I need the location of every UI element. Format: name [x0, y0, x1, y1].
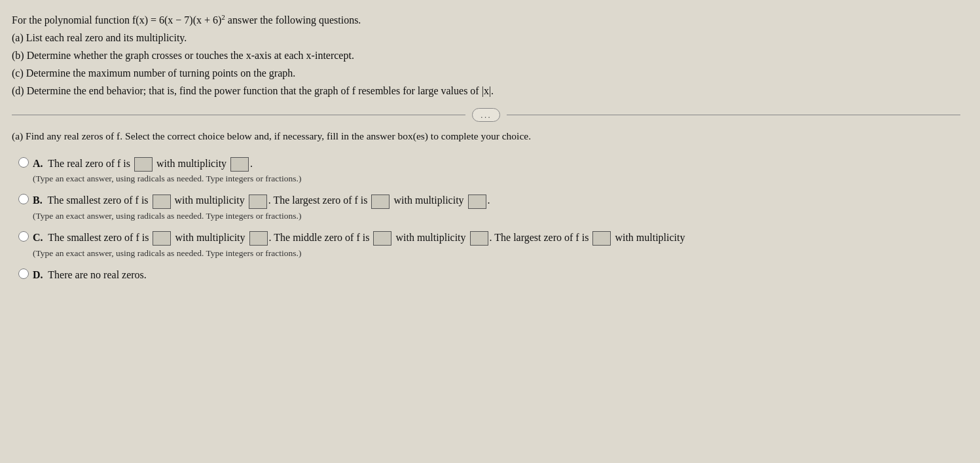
choice-a-content: A. The real zero of f is with multiplici…: [33, 156, 960, 187]
answer-box-a1[interactable]: [134, 157, 153, 172]
choice-row-d: D. There are no real zeros.: [18, 267, 960, 284]
radio-b[interactable]: [18, 194, 29, 204]
choice-row-b: B. The smallest zero of f is with multip…: [18, 193, 960, 223]
radio-a[interactable]: [18, 157, 29, 168]
divider-row: ...: [12, 108, 960, 122]
page: For the polynomial function f(x) = 6(x −…: [0, 0, 980, 463]
answer-box-c3[interactable]: [373, 231, 391, 246]
choice-row-c: C. The smallest zero of f is with multip…: [18, 230, 960, 261]
radio-c-wrap[interactable]: [18, 231, 29, 244]
choice-c-content: C. The smallest zero of f is with multip…: [33, 230, 960, 261]
header-line2: (a) List each real zero and its multipli…: [12, 30, 960, 46]
radio-d[interactable]: [18, 269, 29, 279]
choice-row-a: A. The real zero of f is with multiplici…: [18, 156, 960, 187]
choice-d-label: D. There are no real zeros.: [33, 269, 147, 280]
dots-button[interactable]: ...: [472, 108, 500, 122]
question-header: For the polynomial function f(x) = 6(x −…: [12, 12, 960, 99]
radio-b-wrap[interactable]: [18, 194, 29, 207]
radio-d-wrap[interactable]: [18, 269, 29, 282]
header-line3: (b) Determine whether the graph crosses …: [12, 48, 960, 64]
part-a-question: (a) Find any real zeros of f. Select the…: [12, 128, 960, 143]
answer-box-c4[interactable]: [470, 231, 488, 246]
answer-box-a2[interactable]: [230, 157, 249, 172]
divider-left: [12, 115, 465, 115]
answer-box-b1[interactable]: [153, 194, 171, 209]
choice-a-label: A. The real zero of f is with multiplici…: [33, 158, 253, 169]
choice-b-content: B. The smallest zero of f is with multip…: [33, 193, 960, 223]
choices-container: A. The real zero of f is with multiplici…: [18, 156, 960, 284]
radio-a-wrap[interactable]: [18, 157, 29, 170]
divider-right: [507, 115, 960, 115]
header-line1: For the polynomial function f(x) = 6(x −…: [12, 12, 960, 29]
answer-box-b4[interactable]: [468, 194, 486, 209]
answer-box-c2[interactable]: [249, 231, 268, 246]
answer-box-b2[interactable]: [249, 194, 267, 209]
header-line4: (c) Determine the maximum number of turn…: [12, 65, 960, 82]
choice-d-content: D. There are no real zeros.: [33, 267, 960, 284]
choice-b-label: B. The smallest zero of f is with multip…: [33, 194, 490, 206]
header-line5: (d) Determine the end behavior; that is,…: [12, 83, 960, 100]
choice-c-subnote: (Type an exact answer, using radicals as…: [33, 247, 960, 261]
answer-box-c5[interactable]: [592, 231, 611, 246]
choice-c-label: C. The smallest zero of f is with multip…: [33, 232, 685, 243]
radio-c[interactable]: [18, 231, 29, 242]
answer-box-b3[interactable]: [371, 194, 390, 209]
answer-box-c1[interactable]: [153, 231, 171, 246]
choice-b-subnote: (Type an exact answer, using radicals as…: [33, 210, 960, 223]
choice-a-subnote: (Type an exact answer, using radicals as…: [33, 172, 960, 186]
